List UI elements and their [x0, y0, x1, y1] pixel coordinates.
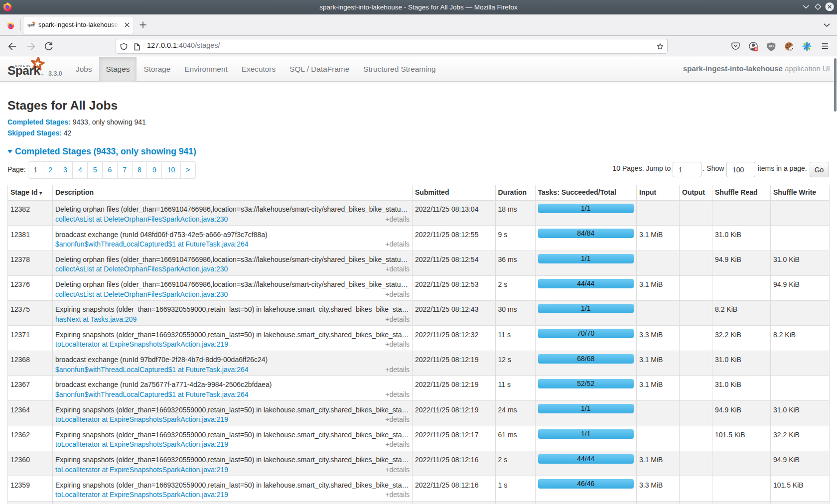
- svg-text:3.3.0: 3.3.0: [48, 70, 62, 77]
- svg-text:Spark: Spark: [7, 64, 40, 77]
- svg-text:Spark: Spark: [27, 23, 34, 27]
- svg-text:™: ™: [41, 74, 44, 77]
- svg-text:UO: UO: [769, 44, 774, 48]
